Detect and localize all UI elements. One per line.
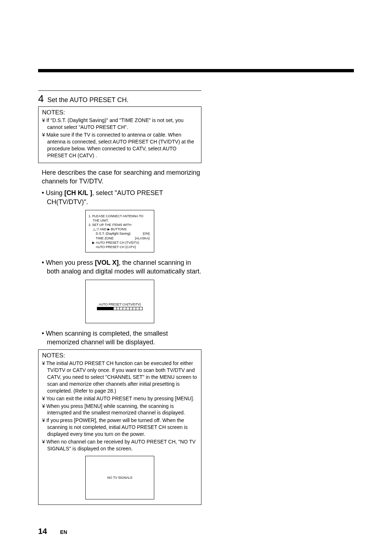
osd-line: 2. SET UP THE ITEMS WITH	[89, 223, 151, 227]
notes-list-1: If "D.S.T. (Daylight Saving)" and "TIME …	[42, 117, 197, 159]
progress-cell-empty	[133, 307, 136, 310]
text: When you press	[46, 259, 93, 266]
progress-cell-filled	[107, 307, 110, 310]
no-signal-text: NO TV SIGNALS	[107, 476, 132, 479]
notes-heading: NOTES:	[42, 109, 197, 116]
progress-cell-empty	[130, 307, 133, 310]
progress-cell-filled	[104, 307, 107, 310]
note-item: The initial AUTO PRESET CH function can …	[42, 360, 197, 394]
notes-list-2: The initial AUTO PRESET CH function can …	[42, 360, 197, 452]
progress-cell-filled	[101, 307, 104, 310]
ch-button-label: [CH K/L ]	[64, 189, 92, 197]
scan-label: AUTO PRESET CH(TV/DTV)	[86, 303, 154, 306]
note-item: When you press [MENU] while scanning, th…	[42, 403, 197, 417]
vol-button-label: [VOL X]	[95, 259, 119, 266]
note-item: If "D.S.T. (Daylight Saving)" and "TIME …	[42, 117, 197, 131]
step-title: Set the AUTO PRESET CH.	[48, 96, 128, 104]
notes-box-2: NOTES: The initial AUTO PRESET CH functi…	[38, 349, 201, 505]
osd-timezone-row: TIME ZONE [ALASKA]	[89, 236, 151, 240]
content-column: 4 Set the AUTO PRESET CH. NOTES: If "D.S…	[38, 90, 201, 505]
osd-label: D.S.T. (Daylight Saving)	[96, 231, 131, 236]
notes-box-1: NOTES: If "D.S.T. (Daylight Saving)" and…	[38, 106, 201, 163]
top-rule	[38, 69, 354, 72]
osd-line: △,▽ AND ▶ BUTTONS.	[89, 227, 151, 231]
osd-label: TIME ZONE	[96, 236, 114, 240]
osd-autopreset-catv-row: AUTO PRESET CH (CATV)	[89, 245, 151, 249]
arrow-right-icon: ▶	[92, 240, 96, 245]
page-number: 14 EN	[38, 527, 354, 536]
progress-cell-empty	[139, 307, 142, 310]
osd-value: [ON]	[143, 231, 150, 236]
osd-line: THE UNIT.	[89, 218, 151, 223]
manual-page: 4 Set the AUTO PRESET CH. NOTES: If "D.S…	[0, 0, 392, 555]
osd-dst-row: D.S.T. (Daylight Saving) [ON]	[89, 231, 151, 236]
progress-cell-filled	[97, 307, 101, 310]
note-item: When no channel can be received by AUTO …	[42, 438, 197, 452]
separator-line	[38, 90, 201, 91]
notes-heading: NOTES:	[42, 352, 197, 359]
scan-progress-bar	[97, 307, 143, 310]
progress-cell-filled	[110, 307, 114, 310]
intro-paragraph: Here describes the case for searching an…	[42, 168, 201, 186]
progress-cell-empty	[114, 307, 117, 310]
progress-cell-empty	[120, 307, 123, 310]
note-item: Make sure if the TV is connected to ante…	[42, 131, 197, 159]
page-number-value: 14	[38, 527, 47, 536]
osd-scanning-screen: AUTO PRESET CH(TV/DTV)	[85, 280, 154, 323]
osd-setup-screen: 1. PLEASE CONNECT ANTENNA TO THE UNIT. 2…	[85, 210, 154, 252]
progress-cell-empty	[126, 307, 130, 310]
bullet-vol-press: When you press [VOL X], the channel scan…	[42, 258, 201, 276]
note-item: If you press [POWER], the power will be …	[42, 417, 197, 438]
osd-line: 1. PLEASE CONNECT ANTENNA TO	[89, 214, 151, 218]
osd-label: AUTO PRESET CH (TV/DTV)	[96, 240, 139, 245]
step-number: 4	[38, 94, 44, 104]
progress-cell-empty	[123, 307, 126, 310]
osd-value: [ALASKA]	[135, 236, 150, 240]
note-item: You can exit the initial AUTO PRESET men…	[42, 395, 197, 402]
text: Using	[46, 189, 62, 197]
progress-cell-empty	[117, 307, 120, 310]
osd-autopreset-tvdtv-row: ▶ AUTO PRESET CH (TV/DTV)	[89, 240, 151, 245]
osd-no-signal-screen: NO TV SIGNALS	[85, 456, 154, 499]
progress-cell-empty	[136, 307, 139, 310]
bullet-using-ch: Using [CH K/L ], select "AUTO PRESET CH(…	[42, 189, 201, 206]
page-language: EN	[60, 529, 67, 535]
bullet-scan-complete: When scanning is completed, the smallest…	[42, 329, 201, 347]
step-4-heading: 4 Set the AUTO PRESET CH.	[38, 94, 201, 104]
